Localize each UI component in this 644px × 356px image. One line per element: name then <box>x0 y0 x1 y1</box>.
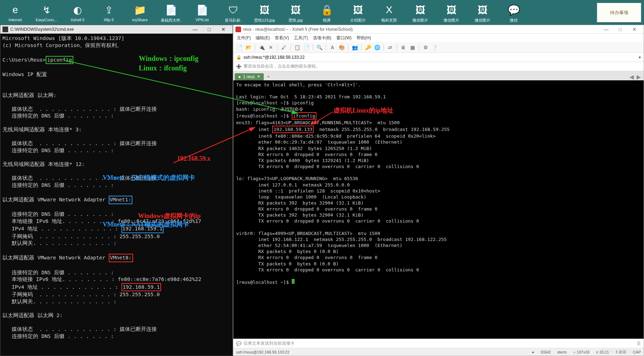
icon-label: VPN.txt <box>195 18 209 22</box>
desktop-icon-Xftp 5[interactable]: ⇪Xftp 5 <box>100 3 118 22</box>
status-cap: CAP <box>633 350 641 354</box>
transfer-icon[interactable]: ⇄ <box>386 44 394 51</box>
address-input[interactable] <box>244 55 637 60</box>
desktop-icons: eInternet↯EasyConn...◐Xshell 5⇪Xftp 5📁my… <box>0 0 644 26</box>
app-icon: ↯ <box>39 3 53 17</box>
status-bar: ssh://reus@192.168.59.133:22 ● SSH2 xter… <box>233 348 644 356</box>
desktop-icon-锁屏[interactable]: 🔒锁屏 <box>318 3 336 23</box>
app-icon: ⇪ <box>102 3 116 17</box>
tab-scroll-right-icon[interactable]: ▶ <box>635 74 642 80</box>
disconnect-icon[interactable]: ✕ <box>267 44 275 51</box>
tab-label: 1 reus <box>243 74 255 79</box>
app-icon: 📄 <box>195 3 209 17</box>
sticky-note[interactable]: 待办事项 <box>597 3 641 22</box>
globe-icon[interactable]: 🌐 <box>373 44 381 51</box>
desktop-icon-Xshell 5[interactable]: ◐Xshell 5 <box>69 3 86 22</box>
add-session-icon[interactable]: ➕ <box>236 64 241 69</box>
hint-text: 要添加当前会话，点击左侧的箭头按钮。 <box>244 63 320 69</box>
tab-add-button[interactable]: + <box>264 73 273 80</box>
copy-icon[interactable]: 📋 <box>293 44 301 51</box>
menu-item[interactable]: 文件(F) <box>237 35 251 41</box>
xshell-toolbar: 📄 📂 🔌 ✕ 🖊 📋 📄 🔍 A 🎨 👥 🔑 🌐 ⇄ 🖥 ▦ <box>233 42 644 53</box>
desktop-icon-微信图片[interactable]: 🖼微信图片 <box>474 3 491 23</box>
app-icon: 🖼 <box>351 3 365 17</box>
users-icon[interactable]: 👥 <box>351 44 359 51</box>
desktop-icon-微信图片[interactable]: 🖼微信图片 <box>443 3 460 23</box>
icon-label: 锁屏 <box>323 18 331 23</box>
desktop-icon-皇马队标.[interactable]: 🛡皇马队标. <box>224 3 242 23</box>
find-icon[interactable]: 🔍 <box>315 44 323 51</box>
icon-label: 介绍图片 <box>350 18 366 23</box>
minimize-button[interactable]: — <box>188 27 202 32</box>
desktop-icon-Internet[interactable]: eInternet <box>6 3 24 22</box>
icon-label: myShare <box>132 18 148 22</box>
desktop-icon-介绍图片[interactable]: 🖼介绍图片 <box>349 3 367 23</box>
desktop-icon-微信[interactable]: 💬微信 <box>505 3 523 23</box>
icon-label: 皇马队标. <box>225 18 241 23</box>
cmd-window: C:\WINDOWS\system32\cmd.exe — □ ✕ Micros… <box>0 25 233 356</box>
hint-bar: ➕ 要添加当前会话，点击左侧的箭头按钮。 <box>233 62 644 71</box>
open-icon[interactable]: 📂 <box>245 44 252 51</box>
vmnet1-highlight: VMnet1: <box>109 196 132 204</box>
cursor <box>292 279 295 284</box>
paste-icon[interactable]: 📄 <box>302 44 310 51</box>
icon-label: 微信图片 <box>444 18 459 23</box>
cmd-titlebar[interactable]: C:\WINDOWS\system32\cmd.exe — □ ✕ <box>0 25 233 34</box>
desktop-icon-微信图片[interactable]: 🖼微信图片 <box>411 3 429 23</box>
maximize-button[interactable]: □ <box>202 27 216 32</box>
tab-reus[interactable]: ● 1 reus ✕ <box>235 73 264 80</box>
lock-icon: 🔒 <box>236 55 241 60</box>
app-icon: 📄 <box>164 3 178 17</box>
cmd-terminal[interactable]: Microsoft Windows [版本 10.0.19043.1237] (… <box>0 34 233 356</box>
font-icon[interactable]: A <box>329 44 336 51</box>
send-icon: 💬 <box>236 341 241 346</box>
vmnet8-ip-highlight: 192.168.59.1 <box>121 283 161 292</box>
send-bar[interactable]: 💬 仅将文本发送到当前选项卡 ☰ <box>233 339 644 348</box>
app-icon: X <box>382 3 396 17</box>
desktop-icon-壁纸.jpg[interactable]: 🖼壁纸.jpg <box>287 3 304 23</box>
icon-label: 微信图片 <box>475 18 490 23</box>
status-ssh: SSH2 <box>541 350 551 354</box>
reconnect-icon[interactable]: 🔌 <box>258 44 266 51</box>
dropdown-icon[interactable]: ▾ <box>639 55 641 60</box>
menu-icon[interactable]: ☰ <box>637 341 641 346</box>
xshell-terminal[interactable]: To escape to local shell, press 'Ctrl+Al… <box>233 80 644 339</box>
tile-icon[interactable]: ▦ <box>409 44 416 51</box>
menu-item[interactable]: 工具(T) <box>294 35 308 41</box>
desktop-icon-电科支部[interactable]: X电科支部 <box>380 3 398 23</box>
desktop-icon-VPN.txt[interactable]: 📄VPN.txt <box>193 3 211 22</box>
new-icon[interactable]: 📄 <box>235 44 243 51</box>
ipconfig-highlight: ipconfig <box>46 56 73 64</box>
menu-item[interactable]: 窗口(W) <box>336 35 352 41</box>
minimize-button[interactable]: — <box>599 27 613 32</box>
vmnet8-highlight: VMnet8: <box>109 254 133 262</box>
sticky-label: 待办事项 <box>610 10 628 16</box>
app-icon: 🖼 <box>257 3 272 17</box>
prop-icon[interactable]: 🖊 <box>280 44 288 51</box>
desktop-icon-EasyConn...[interactable]: ↯EasyConn... <box>38 3 55 22</box>
close-button[interactable]: ✕ <box>627 27 642 32</box>
send-hint: 仅将文本发送到当前选项卡 <box>244 340 295 346</box>
desktop-icon-myShare[interactable]: 📁myShare <box>131 3 149 22</box>
app-icon: 💬 <box>507 3 521 17</box>
help-icon[interactable]: ❔ <box>431 44 439 51</box>
maximize-button[interactable]: □ <box>613 27 627 32</box>
status-conn: ssh://reus@192.168.59.133:22 <box>236 350 290 354</box>
desktop-icon-壁纸123.jpg[interactable]: 🖼壁纸123.jpg <box>256 3 273 23</box>
tab-scroll-left-icon[interactable]: ◀ <box>628 74 635 80</box>
menu-item[interactable]: 选项卡(B) <box>313 35 331 41</box>
screen-icon[interactable]: 🖥 <box>399 44 407 51</box>
menu-item[interactable]: 查看(V) <box>275 35 289 41</box>
app-icon: 🔒 <box>320 3 334 17</box>
menu-item[interactable]: 编辑(E) <box>256 35 270 41</box>
icon-label: Xshell 5 <box>70 18 84 22</box>
key-icon[interactable]: 🔑 <box>364 44 372 51</box>
color-icon[interactable]: 🎨 <box>338 44 346 51</box>
desktop-icon-基础四大件.[interactable]: 📄基础四大件. <box>162 3 180 23</box>
tab-close-icon[interactable]: ✕ <box>257 74 260 79</box>
close-button[interactable]: ✕ <box>216 27 230 32</box>
settings-icon[interactable]: ⚙ <box>422 44 429 51</box>
xshell-titlebar[interactable]: reus - reus@localhost:~ - Xshell 5 (Free… <box>233 25 644 34</box>
status-term: xterm <box>557 350 567 354</box>
menu-item[interactable]: 帮助(H) <box>357 35 371 41</box>
